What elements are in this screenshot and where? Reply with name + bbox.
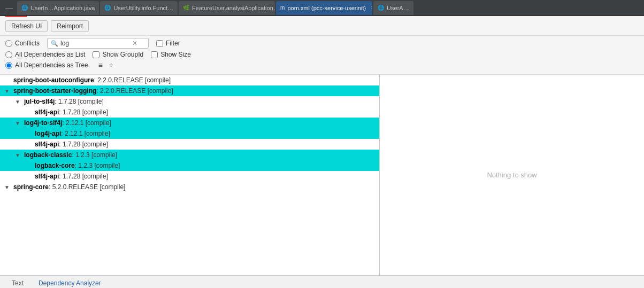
all-deps-list-radio[interactable] [5, 51, 12, 58]
tree-item-indent [4, 151, 15, 159]
tree-item[interactable]: ▼spring-boot-starter-logging: 2.2.0.RELE… [0, 85, 379, 96]
conflicts-radio[interactable] [5, 40, 12, 47]
clear-icon[interactable]: ✕ [132, 40, 137, 47]
tree-actions: ≡ ÷ [97, 60, 115, 70]
tab-tab4[interactable]: mpom.xml (pcc-service-userinit)✕ [276, 1, 372, 15]
toolbar: Refresh UI Reimport [0, 17, 644, 36]
tree-item-indent [4, 98, 15, 105]
tree-item[interactable]: ▼jul-to-slf4j: 1.7.28 [compile] [0, 96, 379, 107]
tree-item[interactable]: slf4j-api: 1.7.28 [compile] [0, 171, 379, 182]
tree-item[interactable]: slf4j-api: 1.7.28 [compile] [0, 139, 379, 150]
reimport-button[interactable]: Reimport [51, 20, 89, 32]
tree-item[interactable]: logback-core: 1.2.3 [compile] [0, 160, 379, 171]
show-size-text: Show Size [160, 51, 191, 58]
conflicts-radio-label[interactable]: Conflicts [5, 40, 40, 47]
tree-item-indent [4, 119, 15, 127]
minimize-icon[interactable]: — [2, 4, 16, 12]
tab-label-tab3: FeatureUser.analysiApplication… [192, 5, 275, 11]
tree-item-version: : 1.2.3 [compile] [75, 162, 120, 169]
show-groupid-text: Show GroupId [102, 51, 143, 58]
tree-item-name: spring-core [13, 183, 49, 191]
tree-item-version: : 1.7.28 [compile] [55, 98, 103, 105]
options-area: Conflicts 🔍 ✕ Filter All Dependencies as… [0, 36, 644, 75]
filter-checkbox-label[interactable]: Filter [156, 40, 180, 47]
tab-icon-tab3: 🌿 [183, 5, 189, 11]
bottom-tabs: TextDependency Analyzer [0, 275, 644, 288]
tab-tab5[interactable]: 🌐UserA… [373, 1, 413, 15]
tab-icon-tab2: 🌐 [104, 5, 111, 11]
right-pane: Nothing to show [380, 75, 644, 275]
dep-tree-pane[interactable]: spring-boot-autoconfigure: 2.2.0.RELEASE… [0, 75, 380, 275]
tree-item-version: : 1.2.3 [compile] [72, 151, 117, 159]
tab-tab1[interactable]: 🌐UserIn…Application.java [17, 1, 99, 15]
tab-label-tab5: UserA… [387, 5, 409, 11]
collapse-all-button[interactable]: ÷ [108, 60, 115, 70]
tree-item-name: slf4j-api [35, 141, 59, 148]
tree-item-version: : 1.7.28 [compile] [59, 141, 108, 148]
tree-item[interactable]: log4j-api: 2.12.1 [compile] [0, 128, 379, 139]
conflicts-label: Conflicts [15, 40, 40, 47]
show-groupid-checkbox[interactable] [93, 51, 99, 58]
tree-item-name: logback-classic [24, 151, 72, 159]
options-row-3: All Dependencies as Tree ≡ ÷ [5, 60, 639, 70]
search-box: 🔍 ✕ [47, 38, 149, 49]
tree-item[interactable]: ▼logback-classic: 1.2.3 [compile] [0, 150, 379, 160]
all-deps-list-label: All Dependencies as List [15, 51, 85, 58]
tree-item-indent [4, 108, 26, 116]
tab-tab2[interactable]: 🌐UserUtility.info.Funct… [100, 1, 178, 15]
tab-close-tab4[interactable]: ✕ [371, 5, 372, 11]
search-input[interactable] [60, 40, 130, 47]
tree-toggle-icon[interactable]: ▼ [4, 88, 12, 94]
filter-checkbox[interactable] [156, 40, 163, 47]
tree-item-indent [4, 173, 26, 180]
tree-item-version: : 5.2.0.RELEASE [compile] [49, 183, 125, 191]
tree-item[interactable]: ▼spring-core: 5.2.0.RELEASE [compile] [0, 182, 379, 192]
tab-icon-tab1: 🌐 [21, 5, 28, 11]
refresh-ui-button[interactable]: Refresh UI [5, 20, 48, 32]
filter-label-text: Filter [166, 40, 180, 47]
main-content: spring-boot-autoconfigure: 2.2.0.RELEASE… [0, 75, 644, 275]
tab-icon-tab5: 🌐 [378, 5, 384, 11]
tree-item-indent [4, 130, 26, 137]
tree-toggle-icon[interactable]: ▼ [15, 152, 22, 158]
all-deps-tree-label: All Dependencies as Tree [15, 61, 88, 69]
tree-item-name: log4j-api [35, 130, 61, 137]
tree-item-indent [4, 162, 26, 169]
all-deps-tree-radio[interactable] [5, 62, 12, 69]
tree-toggle-icon[interactable]: ▼ [15, 99, 22, 105]
tree-item-version: : 2.2.0.RELEASE [compile] [94, 76, 171, 84]
tree-item-name: logback-core [35, 162, 75, 169]
tab-label-tab4: pom.xml (pcc-service-userinit) [287, 5, 366, 11]
tree-item-version: : 2.12.1 [compile] [62, 119, 111, 127]
tab-label-tab1: UserIn…Application.java [30, 5, 95, 11]
tree-toggle-icon[interactable]: ▼ [15, 120, 22, 126]
bottom-tab-text[interactable]: Text [4, 276, 31, 289]
all-deps-tree-radio-label[interactable]: All Dependencies as Tree [5, 61, 88, 69]
tree-item-name: slf4j-api [35, 108, 59, 116]
tab-icon-tab4: m [280, 5, 285, 11]
tree-item-version: : 2.2.0.RELEASE [compile] [96, 87, 173, 95]
options-row-1: Conflicts 🔍 ✕ Filter [5, 38, 639, 49]
nothing-to-show-text: Nothing to show [487, 171, 536, 179]
tree-item-version: : 2.12.1 [compile] [61, 130, 110, 137]
tree-item-name: spring-boot-autoconfigure [13, 76, 94, 84]
expand-all-button[interactable]: ≡ [97, 60, 104, 70]
search-icon: 🔍 [51, 40, 58, 47]
tree-item-name: slf4j-api [35, 173, 59, 180]
options-row-2: All Dependencies as List Show GroupId Sh… [5, 51, 639, 58]
tree-item[interactable]: spring-boot-autoconfigure: 2.2.0.RELEASE… [0, 75, 379, 85]
tree-item[interactable]: slf4j-api: 1.7.28 [compile] [0, 107, 379, 118]
tree-item-version: : 1.7.28 [compile] [59, 173, 108, 180]
show-size-checkbox[interactable] [151, 51, 158, 58]
show-groupid-label[interactable]: Show GroupId [93, 51, 143, 58]
tree-item[interactable]: ▼log4j-to-slf4j: 2.12.1 [compile] [0, 118, 379, 128]
tab-bar: — 🌐UserIn…Application.java🌐UserUtility.i… [0, 0, 644, 16]
tree-toggle-icon[interactable]: ▼ [4, 184, 12, 190]
tree-item-name: jul-to-slf4j [24, 98, 55, 105]
show-size-label[interactable]: Show Size [151, 51, 191, 58]
tab-tab3[interactable]: 🌿FeatureUser.analysiApplication…✕ [179, 1, 275, 15]
tree-item-indent [4, 141, 26, 148]
bottom-tab-dep-analyzer[interactable]: Dependency Analyzer [31, 276, 109, 289]
tree-item-name: spring-boot-starter-logging [13, 87, 96, 95]
all-deps-list-radio-label[interactable]: All Dependencies as List [5, 51, 85, 58]
